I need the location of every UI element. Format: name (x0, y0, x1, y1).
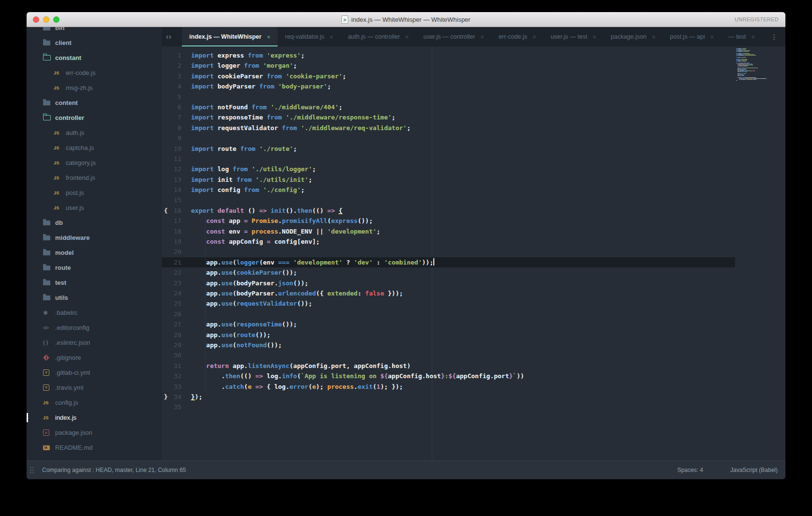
code-line[interactable]: 15 (162, 195, 735, 205)
tab[interactable]: user.js — test× (544, 27, 604, 46)
tab-next-button[interactable]: › (169, 27, 172, 46)
tree-item[interactable]: test (27, 275, 162, 290)
code-line[interactable]: 8import requestValidator from './middlew… (162, 123, 735, 133)
code-line[interactable]: 32 .then(() => log.info(`App is listenin… (162, 371, 735, 381)
code-line[interactable]: {16export default () => init().then(() =… (162, 206, 735, 216)
tree-item[interactable]: M↓README.md (27, 440, 162, 455)
code-line[interactable]: 31 return app.listenAsync(appConfig.port… (162, 361, 735, 371)
code-line[interactable]: 27 app.use(responseTime()); (162, 319, 735, 329)
tree-item[interactable]: Y.gitlab-ci.yml (27, 365, 162, 380)
tree-item[interactable]: JSuser.js (27, 200, 162, 215)
tree-item[interactable]: ✱.babelrc (27, 305, 162, 320)
tree-item[interactable]: content (27, 95, 162, 110)
code-line[interactable]: 2import logger from 'morgan'; (162, 60, 735, 71)
code-line[interactable]: 24 app.use(bodyParser.urlencoded({ exten… (162, 288, 735, 298)
close-icon[interactable]: × (267, 33, 271, 41)
minimap[interactable] (736, 48, 771, 82)
code-line[interactable]: 6import notFound from './middleware/404'… (162, 102, 735, 112)
tree-item[interactable]: JScategory.js (27, 155, 162, 170)
close-icon[interactable]: × (330, 33, 334, 41)
code-line[interactable]: 7import responseTime from './middleware/… (162, 112, 735, 122)
close-icon[interactable]: × (480, 33, 484, 41)
line-number: 24 (170, 288, 181, 298)
code-line[interactable]: }34}); (162, 392, 735, 402)
tab[interactable]: — test× (721, 27, 762, 46)
tab[interactable]: package.json× (604, 27, 663, 46)
close-icon[interactable]: × (532, 33, 536, 41)
code-line[interactable]: 9 (162, 133, 735, 143)
close-icon[interactable]: × (592, 33, 596, 41)
tree-item[interactable]: </>.editorconfig (27, 320, 162, 335)
code-line[interactable]: 11 (162, 154, 735, 164)
tree-item[interactable]: .gitignore (27, 350, 162, 365)
zoom-button[interactable] (53, 16, 59, 23)
tree-item[interactable]: JSauth.js (27, 125, 162, 140)
tree-item[interactable]: Y.travis.yml (27, 380, 162, 395)
code-line[interactable]: 35 (162, 402, 735, 412)
code-line[interactable]: 23 app.use(bodyParser.json()); (162, 278, 735, 288)
tree-item[interactable]: { }.eslintrc.json (27, 335, 162, 350)
title-bar[interactable]: js index.js — WhiteWhisper — WhiteWhispe… (27, 12, 785, 27)
tree-item[interactable]: route (27, 260, 162, 275)
tree-item[interactable]: JSpost.js (27, 185, 162, 200)
close-icon[interactable]: × (652, 33, 656, 41)
close-icon[interactable]: × (405, 33, 409, 41)
tab[interactable]: user.js — controller× (416, 27, 491, 46)
code-line[interactable]: 12import log from './utils/logger'; (162, 164, 735, 174)
tree-item[interactable]: client (27, 35, 162, 50)
code-line[interactable]: 17 const app = Promise.promisifyAll(expr… (162, 216, 735, 226)
code-line[interactable]: 28 app.use(route()); (162, 330, 735, 340)
code-line[interactable]: 29 app.use(notFound()); (162, 340, 735, 350)
syntax-status[interactable]: JavaScript (Babel) (730, 467, 778, 473)
tree-item[interactable]: npackage.json (27, 425, 162, 440)
grip-icon[interactable] (30, 466, 34, 474)
tree-item[interactable]: middleware (27, 230, 162, 245)
tab[interactable]: err-code.js× (491, 27, 544, 46)
tree-item[interactable]: controller (27, 110, 162, 125)
code-line[interactable]: 13import init from './utils/init'; (162, 175, 735, 185)
minimize-button[interactable] (43, 16, 49, 23)
code-line[interactable]: 25 app.use(requestValidator()); (162, 298, 735, 309)
code-line[interactable]: 4import bodyParser from 'body-parser'; (162, 81, 735, 91)
tree-item[interactable]: bin (27, 27, 162, 35)
code-line[interactable]: 30 (162, 350, 735, 360)
tree-item[interactable]: JSerr-code.js (27, 65, 162, 80)
tab[interactable]: req-validator.js× (278, 27, 340, 46)
code-line[interactable]: 26 (162, 309, 735, 319)
code-line[interactable]: 19 const appConfig = config[env]; (162, 236, 735, 247)
tab-strip: index.js — WhiteWhisper×req-validator.js… (182, 27, 762, 46)
tree-item[interactable]: constant (27, 50, 162, 65)
code-line[interactable]: 1import express from 'express'; (162, 50, 735, 60)
tab-overflow-button[interactable]: ⋮ (762, 27, 785, 46)
tree-item[interactable]: JSfrontend.js (27, 170, 162, 185)
code-line[interactable]: 33 .catch(e => { log.error(e); process.e… (162, 382, 735, 392)
tree-item[interactable]: JSconfig.js (27, 395, 162, 410)
tab[interactable]: post.js — api× (663, 27, 721, 46)
tab[interactable]: index.js — WhiteWhisper× (182, 27, 278, 46)
code-line[interactable]: 3import cookieParser from 'cookie-parser… (162, 71, 735, 81)
code-line[interactable]: 20 (162, 247, 735, 257)
code-editor[interactable]: 1import express from 'express';2import l… (162, 46, 735, 460)
close-button[interactable] (33, 16, 39, 23)
code-icon: </> (43, 325, 49, 330)
close-icon[interactable]: × (710, 33, 714, 41)
code-line[interactable]: 18 const env = process.NODE_ENV || 'deve… (162, 226, 735, 236)
tree-item[interactable]: db (27, 215, 162, 230)
tree-item[interactable]: model (27, 245, 162, 260)
indentation-status[interactable]: Spaces: 4 (678, 467, 703, 473)
tab-bar: ‹ › index.js — WhiteWhisper×req-validato… (162, 27, 785, 46)
close-icon[interactable]: × (751, 33, 755, 41)
tree-item[interactable]: JSmsg-zh.js (27, 80, 162, 95)
code-line[interactable]: 22 app.use(cookieParser()); (162, 267, 735, 278)
line-number: 33 (170, 382, 181, 392)
code-line[interactable]: 5 (162, 92, 735, 102)
tab[interactable]: auth.js — controller× (340, 27, 416, 46)
sidebar[interactable]: binclientconstantJSerr-code.jsJSmsg-zh.j… (27, 27, 162, 460)
tree-item[interactable]: JScaptcha.js (27, 140, 162, 155)
tree-item[interactable]: JSindex.js (27, 410, 162, 425)
code-line[interactable]: 21 app.use(logger(env === 'development' … (162, 257, 735, 267)
tree-item[interactable]: utils (27, 290, 162, 305)
code-line[interactable]: 14import config from './config'; (162, 185, 735, 195)
code-line[interactable]: 10import route from './route'; (162, 144, 735, 154)
line-number: 28 (170, 330, 181, 340)
